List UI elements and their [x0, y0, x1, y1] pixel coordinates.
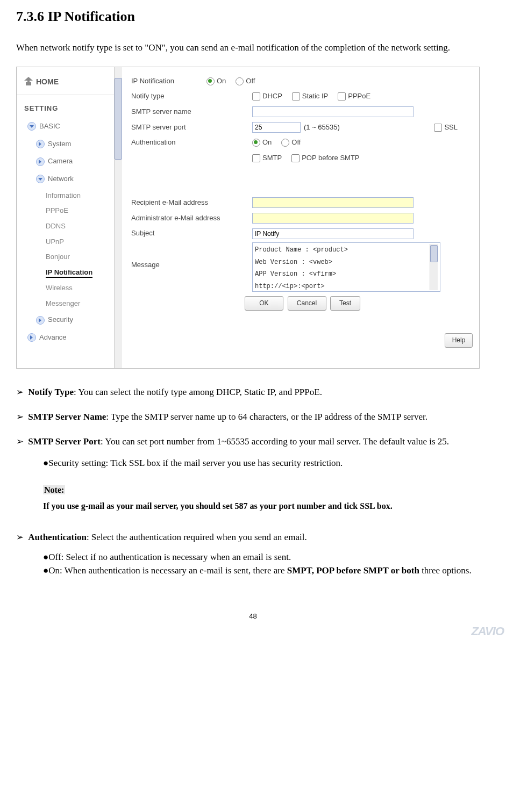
sidebar-item-label: Advance	[39, 331, 67, 344]
chk-staticip[interactable]	[292, 92, 300, 100]
section-heading: 7.3.6 IP Notification	[16, 3, 490, 30]
sidebar-home[interactable]: HOME	[17, 71, 115, 95]
sub-bullet-auth-off: ●Off: Select if no authentication is nec…	[43, 550, 490, 564]
sidebar-item-label: BASIC	[39, 120, 60, 133]
sidebar-setting-header: SETTING	[17, 95, 115, 118]
notify-type-label: Notify type	[131, 90, 252, 103]
chk-smtp[interactable]	[252, 154, 260, 162]
smtp-name-input[interactable]	[252, 106, 414, 117]
sidebar-item-label: Network	[48, 173, 74, 186]
textarea-scrollbar[interactable]	[430, 244, 438, 290]
sub-bullet-security: ●Security setting: Tick SSL box if the m…	[43, 455, 490, 472]
sidebar-sub-bonjour[interactable]: Bonjour	[17, 249, 115, 265]
chk-ssl[interactable]	[434, 124, 442, 132]
port-range: (1 ~ 65535)	[304, 121, 340, 134]
message-label: Message	[131, 242, 252, 272]
sidebar-item-network[interactable]: Network	[17, 170, 115, 188]
ok-button[interactable]: OK	[245, 296, 283, 311]
sidebar-item-security[interactable]: Security	[17, 311, 115, 329]
bullet-authentication: ➢ Authentication: Select the authenticat…	[16, 529, 490, 546]
brand-watermark: ZAVIO	[471, 620, 504, 643]
smtp-port-label: SMTP server port	[131, 121, 252, 134]
chk-pop-label: POP before SMTP	[302, 152, 359, 165]
button-row: OK Cancel Test	[131, 296, 474, 311]
radio-auth-on[interactable]	[252, 139, 260, 147]
auth-label: Authentication	[131, 136, 252, 149]
note-box: Note: If you use g-mail as your mail ser…	[43, 482, 490, 515]
chk-pppoe-label: PPPoE	[348, 90, 370, 103]
home-icon	[24, 78, 33, 85]
sidebar-item-basic[interactable]: BASIC	[17, 118, 115, 135]
intro-paragraph: When network notify type is set to "ON",…	[16, 39, 490, 56]
sidebar-sub-pppoe[interactable]: PPPoE	[17, 203, 115, 219]
chk-dhcp[interactable]	[252, 92, 260, 100]
sidebar-item-system[interactable]: System	[17, 135, 115, 153]
chk-pppoe[interactable]	[338, 92, 346, 100]
admin-label: Administrator e-Mail address	[131, 212, 252, 225]
bullet-notify-type: ➢ Notify Type: You can select the notify…	[16, 384, 490, 401]
radio-off[interactable]	[236, 77, 244, 85]
sidebar-item-label: Security	[48, 313, 73, 327]
ip-notification-label: IP Notification	[131, 75, 206, 88]
cancel-button[interactable]: Cancel	[288, 296, 326, 311]
sidebar-item-camera[interactable]: Camera	[17, 153, 115, 170]
sidebar-sub-messenger[interactable]: Messenger	[17, 296, 115, 312]
sidebar: HOME SETTING BASIC System Camera Network…	[17, 67, 115, 368]
help-button[interactable]: Help	[445, 333, 473, 348]
chk-smtp-label: SMTP	[262, 152, 282, 165]
sub-bullet-auth-on: ●On: When authentication is necessary an…	[43, 564, 490, 578]
smtp-name-label: SMTP server name	[131, 105, 252, 119]
radio-auth-off-label: Off	[291, 136, 301, 149]
subject-input[interactable]	[252, 228, 414, 239]
sidebar-item-advance[interactable]: Advance	[17, 329, 115, 347]
radio-on-label: On	[217, 75, 226, 88]
chk-staticip-label: Static IP	[302, 90, 328, 103]
chk-dhcp-label: DHCP	[262, 90, 282, 103]
form-panel: IP Notification On Off Notify type DHCP …	[115, 67, 479, 368]
sidebar-item-label: System	[48, 138, 71, 151]
home-label: HOME	[36, 75, 59, 89]
test-button[interactable]: Test	[330, 296, 360, 311]
radio-off-label: Off	[246, 75, 255, 88]
chk-ssl-label: SSL	[444, 121, 458, 134]
sidebar-sub-ipnotification[interactable]: IP Notification	[17, 265, 115, 281]
sidebar-item-label: Camera	[48, 155, 73, 168]
radio-on[interactable]	[206, 77, 215, 85]
chevron-down-icon	[36, 175, 45, 183]
message-text: Product Name : <product> Web Version : <…	[255, 244, 430, 290]
radio-auth-on-label: On	[262, 136, 272, 149]
chevron-right-icon	[36, 316, 45, 325]
sidebar-sub-upnp[interactable]: UPnP	[17, 234, 115, 250]
chevron-right-icon	[27, 333, 36, 342]
message-textarea[interactable]: Product Name : <product> Web Version : <…	[252, 242, 440, 292]
sidebar-sub-wireless[interactable]: Wireless	[17, 281, 115, 296]
admin-input[interactable]	[252, 213, 414, 224]
chevron-right-icon	[36, 157, 45, 166]
bullet-smtp-port: ➢ SMTP Server Port: You can set port num…	[16, 433, 490, 450]
note-body: If you use g-mail as your mail server, y…	[43, 501, 393, 511]
config-screenshot: HOME SETTING BASIC System Camera Network…	[16, 67, 480, 369]
note-label: Note:	[43, 485, 65, 494]
sidebar-sub-information[interactable]: Information	[17, 188, 115, 204]
sidebar-sub-ddns[interactable]: DDNS	[17, 219, 115, 234]
chevron-right-icon	[36, 140, 45, 148]
radio-auth-off[interactable]	[281, 139, 289, 147]
chevron-down-icon	[27, 122, 36, 131]
scroll-thumb[interactable]	[430, 245, 438, 262]
chk-pop[interactable]	[291, 154, 300, 162]
page-number: 48	[16, 610, 490, 623]
smtp-port-input[interactable]	[252, 122, 301, 133]
subject-label: Subject	[131, 227, 252, 240]
bullet-smtp-name: ➢ SMTP Server Name: Type the SMTP server…	[16, 408, 490, 426]
recipient-input[interactable]	[252, 197, 414, 208]
recipient-label: Recipient e-Mail address	[131, 196, 252, 210]
